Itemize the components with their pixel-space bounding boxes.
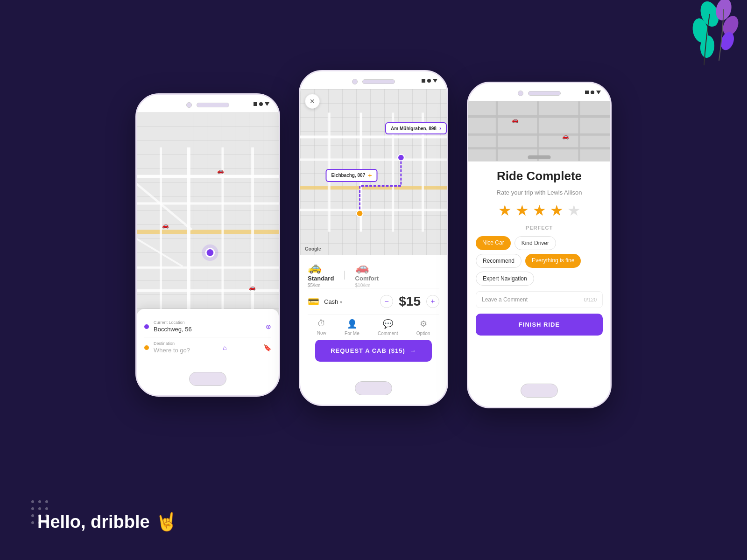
now-icon: ⏱: [317, 319, 326, 329]
star-5[interactable]: ★: [567, 202, 581, 219]
hello-text: Hello, dribble 🤘: [37, 511, 177, 532]
ride-complete-subtitle: Rate your trip with Lewis Allison: [476, 189, 603, 196]
svg-point-7: [38, 500, 41, 503]
svg-rect-20: [137, 230, 279, 234]
tag-expert-navigation[interactable]: Expert Navigation: [476, 272, 534, 286]
svg-rect-23: [160, 147, 162, 330]
tab-option[interactable]: ⚙ Option: [416, 319, 430, 336]
tab-comment-label: Comment: [378, 331, 398, 336]
comment-input-row[interactable]: Leave a Comment 0/120: [476, 291, 603, 308]
standard-price: $5/km: [308, 283, 320, 288]
phone-speaker-2: [362, 79, 395, 84]
destination-text: Am Mühlgraben, 898: [391, 126, 437, 131]
tag-everything-fine[interactable]: Everything is fine: [525, 254, 581, 268]
tag-recommend[interactable]: Recommend: [476, 254, 521, 268]
svg-rect-22: [137, 289, 279, 292]
status-dot-3: [591, 91, 594, 94]
map-background-1: 🚗 🚗 🚗 🚗 Google Current Location: [137, 112, 279, 365]
close-map-button[interactable]: ✕: [305, 94, 320, 109]
request-arrow-icon: →: [410, 347, 416, 354]
phone-2: ✕ Eichbachg, 007 + Am Mühlgraben, 898 › …: [299, 70, 448, 406]
tab-comment[interactable]: 💬 Comment: [378, 319, 398, 336]
tag-kind-driver[interactable]: Kind Driver: [514, 236, 556, 250]
mini-map: 🚗 🚗: [468, 101, 610, 161]
location-dot-purple: [144, 324, 149, 329]
phone-speaker-1: [197, 103, 229, 107]
destination-home-icon[interactable]: ⌂: [223, 344, 226, 351]
ride-options: 🚕 Standard $5/km | 🚗 Comfort $10/km 💳 Ca…: [300, 255, 447, 375]
location-dot-yellow: [144, 345, 149, 350]
svg-point-43: [357, 210, 363, 217]
mini-map-svg: 🚗 🚗: [468, 101, 610, 161]
location-target-icon[interactable]: ⊕: [266, 323, 271, 330]
price-value: $15: [399, 294, 421, 309]
finish-ride-button[interactable]: FINISH RIDE: [476, 314, 603, 336]
comment-placeholder: Leave a Comment: [482, 296, 528, 303]
google-label-2: Google: [305, 246, 321, 252]
destination-placeholder: Where to go?: [154, 347, 190, 354]
ride-divider: |: [343, 269, 345, 280]
ride-complete-title: Ride Complete: [476, 169, 603, 183]
emoji: 🤘: [155, 511, 177, 532]
destination-label: Destination: [154, 341, 190, 346]
tags-row: Nice Car Kind Driver Recommend Everythin…: [476, 236, 603, 286]
current-location-label: Current Location: [154, 320, 192, 325]
svg-rect-38: [300, 209, 447, 211]
ride-type-comfort[interactable]: 🚗 Comfort $10/km: [355, 261, 379, 288]
status-tri-2: [433, 79, 437, 83]
status-tri-3: [596, 91, 601, 94]
destination-row[interactable]: Destination Where to go? ⌂ 🔖: [144, 337, 271, 358]
star-3[interactable]: ★: [533, 202, 546, 219]
cash-icon: 💳: [308, 296, 319, 307]
destination-label-2: Am Mühlgraben, 898 ›: [385, 122, 447, 134]
svg-text:🚗: 🚗: [562, 133, 569, 140]
ride-type-standard[interactable]: 🚕 Standard $5/km: [308, 261, 334, 288]
svg-rect-24: [187, 147, 190, 330]
standard-name: Standard: [308, 275, 334, 282]
for-me-icon: 👤: [347, 319, 357, 329]
price-decrease-button[interactable]: −: [380, 295, 393, 308]
tab-now[interactable]: ⏱ Now: [317, 319, 326, 336]
tab-now-label: Now: [317, 330, 326, 336]
current-location-info: Current Location Bocchweg, 56: [154, 320, 192, 333]
origin-label: Eichbachg, 007 +: [325, 169, 377, 182]
origin-plus-icon: +: [368, 172, 372, 179]
svg-point-8: [45, 500, 48, 503]
svg-rect-50: [537, 101, 539, 161]
ride-types: 🚕 Standard $5/km | 🚗 Comfort $10/km: [308, 261, 439, 288]
tag-nice-car[interactable]: Nice Car: [476, 236, 511, 250]
svg-rect-25: [221, 147, 224, 330]
status-dot-icon: [259, 102, 263, 106]
phone-screen-3: 🚗 🚗 Ride Complete Rate your trip with Le…: [468, 101, 610, 377]
request-cab-button[interactable]: REQUEST A CAB ($15) →: [315, 340, 432, 362]
phone-screen-2: ✕ Eichbachg, 007 + Am Mühlgraben, 898 › …: [300, 89, 447, 375]
hello-label: Hello, dribble: [37, 512, 150, 532]
star-2[interactable]: ★: [515, 202, 529, 219]
phone-home-button-1[interactable]: [189, 372, 226, 386]
svg-text:🚗: 🚗: [512, 117, 519, 123]
svg-point-10: [38, 507, 41, 510]
status-dot-2: [427, 79, 431, 83]
status-square-3: [585, 91, 589, 94]
tab-for-me[interactable]: 👤 For Me: [345, 319, 359, 336]
cash-label: Cash ▾: [324, 298, 375, 305]
comment-count: 0/120: [584, 297, 597, 302]
star-4[interactable]: ★: [550, 202, 564, 219]
destination-bookmark-icon[interactable]: 🔖: [263, 344, 271, 351]
svg-text:🚗: 🚗: [249, 284, 256, 291]
svg-point-12: [31, 514, 34, 517]
comfort-name: Comfort: [355, 275, 379, 282]
star-1[interactable]: ★: [498, 202, 512, 219]
svg-text:🚗: 🚗: [162, 222, 169, 229]
stars-row[interactable]: ★ ★ ★ ★ ★: [476, 202, 603, 219]
perfect-label: PERFECT: [476, 225, 603, 231]
svg-rect-26: [251, 147, 254, 330]
phone-home-button-2[interactable]: [355, 381, 392, 395]
phone-status-bar-1: [254, 102, 269, 106]
phone-bottom-bar-1: [137, 365, 279, 395]
svg-point-11: [45, 507, 48, 510]
phone-home-button-3[interactable]: [521, 384, 558, 398]
comfort-price: $10/km: [355, 283, 371, 288]
price-increase-button[interactable]: +: [426, 295, 439, 308]
phone-screen-1: 🚗 🚗 🚗 🚗 Google Current Location: [137, 112, 279, 365]
